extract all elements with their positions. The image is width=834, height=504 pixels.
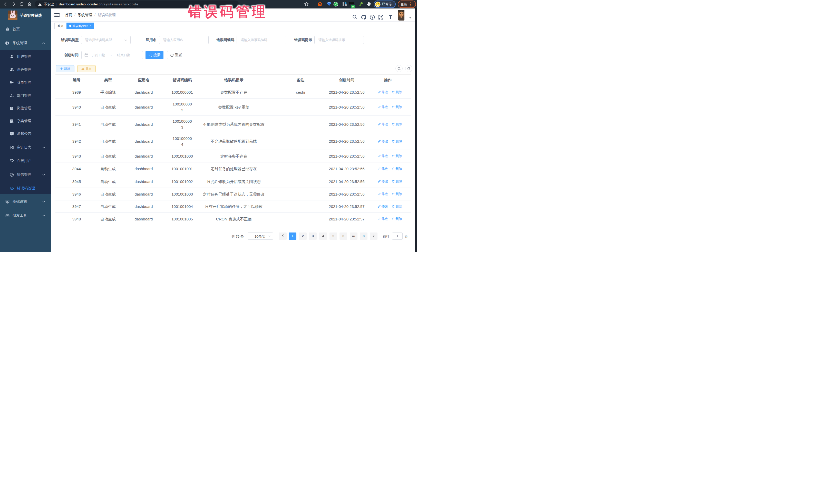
svg-text:on: on <box>352 6 354 8</box>
